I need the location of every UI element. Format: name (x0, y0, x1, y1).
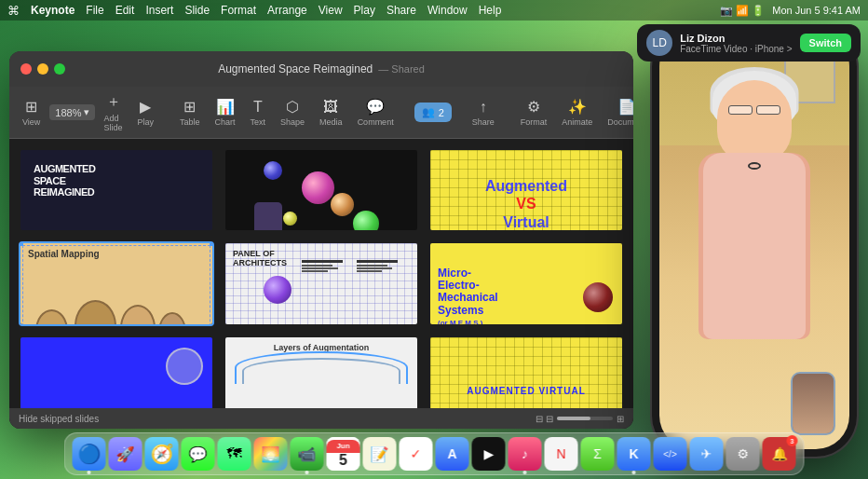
menu-format[interactable]: Format (221, 4, 256, 17)
window-title-group: Augmented Space Reimagined — Shared (218, 62, 425, 75)
toolbar-play[interactable]: ▶ Play (132, 94, 160, 130)
toolbar-share[interactable]: ↑ Share (467, 95, 500, 130)
self-view-content (793, 374, 834, 433)
view-icons: ⊟ ⊟ (536, 414, 553, 424)
dock-icon-facetime[interactable]: 📹 (291, 437, 324, 471)
dock-icon-xcode[interactable]: </> (654, 437, 687, 471)
scroll-fill (557, 417, 590, 420)
dock-icon-music[interactable]: ♪ (509, 437, 542, 471)
dock-icon-reminders[interactable]: ✓ (400, 437, 433, 471)
menu-view[interactable]: View (319, 4, 343, 17)
menu-edit[interactable]: Edit (115, 4, 135, 17)
view-label: View (22, 117, 40, 127)
appstore-icon: A (447, 446, 456, 461)
dock-icon-settings[interactable]: ⚙ (726, 437, 760, 471)
keynote-dock-icon: K (629, 446, 638, 461)
toolbar-table[interactable]: ⊞ Table (174, 94, 206, 130)
close-button[interactable] (20, 63, 32, 75)
maximize-button[interactable] (54, 63, 65, 75)
dock-icon-safari[interactable]: 🧭 (145, 437, 179, 471)
toolbar-text[interactable]: T Text (245, 95, 272, 130)
toolbar-shape[interactable]: ⬡ Shape (275, 94, 310, 130)
menu-arrange[interactable]: Arrange (267, 4, 307, 17)
zoom-display[interactable]: 188% ▾ (49, 104, 94, 120)
dock-icon-appstore[interactable]: A (436, 437, 469, 471)
tv-icon: ▶ (483, 446, 494, 461)
play-label: Play (138, 117, 155, 127)
facetime-icon: 📹 (298, 445, 317, 463)
toolbar-document[interactable]: 📄 Document (602, 94, 633, 130)
toolbar-chart[interactable]: 📊 Chart (210, 94, 241, 130)
toolbar-comment[interactable]: 💬 Comment (352, 94, 400, 130)
toolbar-format[interactable]: ⚙ Format (515, 94, 553, 130)
dock-icon-keynote[interactable]: K (617, 437, 651, 471)
menu-slide[interactable]: Slide (184, 4, 210, 17)
slide-thumb-9[interactable]: AUGMENTED VIRTUAL 9 (428, 335, 624, 419)
slide-thumb-1[interactable]: AUGMENTEDSPACEREIMAGINED 1 (19, 148, 214, 232)
slide-thumb-3[interactable]: AugmentedVSVirtual 3 (428, 148, 624, 232)
add-slide-label: Add Slide (104, 114, 123, 132)
document-label: Document (607, 117, 633, 127)
minimize-button[interactable] (37, 63, 48, 75)
menu-file[interactable]: File (86, 4, 103, 17)
facetime-source: FaceTime Video · iPhone > (680, 44, 792, 54)
slide-thumb-8[interactable]: Layers of Augmentation 8 (224, 335, 419, 419)
menu-help[interactable]: Help (479, 4, 502, 17)
testflight-icon: ✈ (701, 446, 712, 461)
collaboration-button[interactable]: 👥 2 (414, 103, 452, 122)
menu-window[interactable]: Window (427, 4, 468, 17)
apple-menu-icon[interactable]: ⌘ (7, 4, 20, 18)
slide-thumb-6[interactable]: Micro-Electro-MechanicalSystems (or M.E.… (428, 241, 624, 325)
dock-icon-calendar[interactable]: Jun 5 (327, 437, 360, 471)
presentation-title: Augmented Space Reimagined (218, 62, 373, 75)
slide-thumb-2[interactable]: 2 (224, 148, 419, 232)
dock-icon-messages[interactable]: 💬 (182, 437, 215, 471)
table-icon: ⊞ (183, 98, 196, 116)
menu-play[interactable]: Play (354, 4, 375, 17)
slide-thumb-7[interactable]: AUGO 7 (19, 335, 214, 419)
photos-icon: 🌅 (262, 445, 280, 463)
dock-icon-launchpad[interactable]: 🚀 (109, 437, 142, 471)
numbers-icon: Σ (593, 446, 602, 461)
app-name-menu[interactable]: Keynote (31, 4, 75, 17)
toolbar-add-slide[interactable]: ＋ Add Slide (99, 89, 129, 136)
collab-count: 2 (439, 107, 444, 118)
toolbar-animate[interactable]: ✨ Animate (556, 94, 598, 130)
dock-icon-photos[interactable]: 🌅 (254, 437, 288, 471)
media-icon: 🖼 (323, 99, 338, 116)
dock-icon-numbers[interactable]: Σ (581, 437, 615, 471)
slide-thumb-5[interactable]: PANEL OFARCHITECTS 5 (224, 241, 419, 325)
reminders-icon: ✓ (411, 446, 422, 461)
dock-icon-maps[interactable]: 🗺 (218, 437, 251, 471)
self-view-thumbnail[interactable] (791, 372, 835, 435)
hide-skipped-toggle[interactable]: Hide skipped slides (19, 414, 99, 424)
iphone-screen (659, 34, 849, 449)
slide-1-title: AUGMENTEDSPACEREIMAGINED (28, 157, 101, 204)
animate-label: Animate (562, 117, 592, 127)
dock-icon-news[interactable]: N (545, 437, 578, 471)
scroll-track[interactable] (557, 417, 613, 420)
facetime-caller-name: Liz Dizon (680, 33, 792, 44)
messages-icon: 💬 (189, 445, 208, 463)
datetime-display: Mon Jun 5 9:41 AM (772, 5, 861, 16)
dock-icon-testflight[interactable]: ✈ (690, 437, 724, 471)
dock-icon-finder[interactable]: 🔵 (73, 437, 106, 471)
caller-person (680, 52, 829, 406)
dock-icon-notes[interactable]: 📝 (363, 437, 397, 471)
slide-thumb-4[interactable]: Spatial Mapping 4 (19, 241, 214, 325)
dock-icon-notification[interactable]: 🔔 3 (763, 437, 796, 471)
toolbar-view[interactable]: ⊞ View (17, 94, 46, 130)
face-head (717, 80, 792, 164)
dock-icon-tv[interactable]: ▶ (472, 437, 506, 471)
collab-icon: 👥 (422, 106, 435, 118)
keynote-content: AUGMENTEDSPACEREIMAGINED 1 (9, 139, 633, 429)
menu-insert[interactable]: Insert (145, 4, 173, 17)
facetime-switch-button[interactable]: Switch (800, 34, 851, 52)
facetime-notification: LD Liz Dizon FaceTime Video · iPhone > S… (637, 24, 861, 62)
toolbar-media[interactable]: 🖼 Media (314, 95, 348, 130)
avatar-initials: LD (653, 36, 667, 49)
menu-share[interactable]: Share (387, 4, 416, 17)
comment-label: Comment (358, 117, 394, 127)
slides-grid[interactable]: AUGMENTEDSPACEREIMAGINED 1 (9, 139, 633, 429)
text-label: Text (251, 117, 266, 127)
